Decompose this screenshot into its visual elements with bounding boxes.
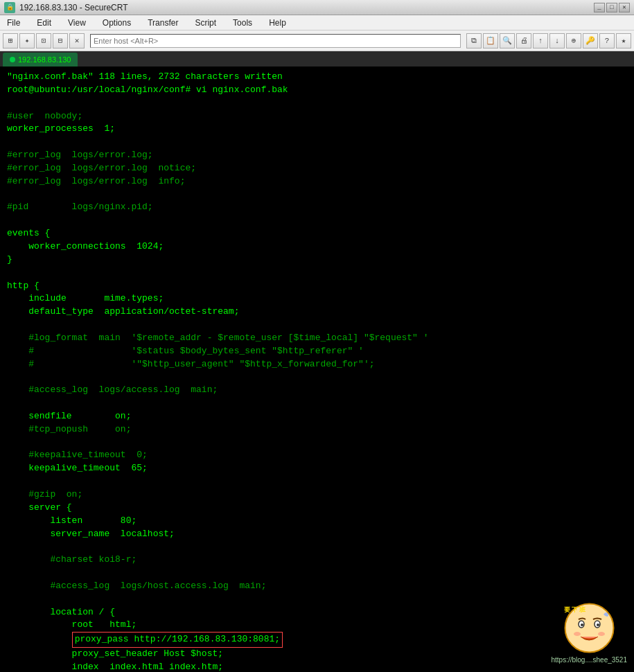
terminal-line: index index.html index.htm;: [7, 661, 627, 672]
terminal-line: "nginx.conf.bak" 118 lines, 2732 charact…: [7, 71, 627, 84]
terminal-line: sendfile on;: [7, 410, 627, 423]
svg-point-3: [581, 624, 583, 626]
terminal-line: [7, 475, 627, 488]
minimize-button[interactable]: _: [594, 3, 605, 12]
watermark-url: https://blog....shee_3521: [551, 655, 627, 666]
terminal-line: server {: [7, 502, 627, 515]
terminal-line: #error_log logs/error.log notice;: [7, 162, 627, 175]
menu-options[interactable]: Options: [98, 17, 135, 29]
svg-point-6: [598, 632, 605, 636]
terminal-line: [7, 267, 627, 280]
terminal-line: }: [7, 254, 627, 267]
tab-bar: 192.168.83.130: [0, 51, 634, 67]
toolbar-star[interactable]: ★: [616, 33, 631, 48]
svg-point-4: [597, 624, 599, 626]
watermark: 要 下 班 https://blog....shee_3521: [551, 602, 627, 666]
toolbar-find[interactable]: 🔍: [500, 33, 515, 48]
terminal-line: #access_log logs/access.log main;: [7, 384, 627, 397]
terminal-line: #log_format main '$remote_addr - $remote…: [7, 332, 627, 345]
toolbar: ⊞ ✦ ⊡ ⊟ ✕ ⧉ 📋 🔍 🖨 ↑ ↓ ⊕ 🔑 ? ★: [0, 30, 634, 51]
toolbar-copy[interactable]: ⧉: [466, 33, 482, 48]
toolbar-key[interactable]: 🔑: [583, 33, 598, 48]
terminal-line: location / {: [7, 606, 627, 619]
terminal-line: [7, 136, 627, 149]
terminal-line: [7, 319, 627, 332]
menu-transfer[interactable]: Transfer: [143, 17, 182, 29]
menu-tools[interactable]: Tools: [229, 17, 256, 29]
toolbar-btn-3[interactable]: ⊡: [36, 33, 51, 48]
terminal-line: #error_log logs/error.log;: [7, 149, 627, 162]
title-bar: 🔒 192.168.83.130 - SecureCRT _ □ ✕: [0, 0, 634, 15]
toolbar-btn-5[interactable]: ✕: [69, 33, 85, 48]
menu-script[interactable]: Script: [191, 17, 220, 29]
svg-text:班: 班: [579, 606, 586, 613]
window-title: 192.168.83.130 - SecureCRT: [19, 3, 128, 12]
menu-help[interactable]: Help: [265, 17, 290, 29]
toolbar-print[interactable]: 🖨: [516, 33, 531, 48]
terminal-line: [7, 397, 627, 410]
terminal-line: # '"$http_user_agent" "$http_x_forwarded…: [7, 358, 627, 371]
terminal-line: [7, 436, 627, 450]
toolbar-sftp2[interactable]: ↓: [549, 33, 565, 48]
proxy-pass-line: proxy_pass http://192.168.83.130:8081;: [7, 632, 627, 648]
window-controls: _ □ ✕: [594, 3, 630, 12]
terminal-line: # '$status $body_bytes_sent "$http_refer…: [7, 345, 627, 358]
address-input[interactable]: [90, 34, 461, 48]
terminal-line: #pid logs/nginx.pid;: [7, 201, 627, 214]
svg-point-5: [574, 632, 581, 636]
terminal-line: #keepalive_timeout 0;: [7, 449, 627, 462]
menu-file[interactable]: File: [3, 17, 24, 29]
terminal-line: #error_log logs/error.log info;: [7, 175, 627, 188]
terminal-line: [7, 593, 627, 606]
terminal-area[interactable]: "nginx.conf.bak" 118 lines, 2732 charact…: [0, 67, 634, 672]
toolbar-sftp1[interactable]: ↑: [533, 33, 548, 48]
watermark-icon: 要 下 班: [563, 602, 615, 654]
close-button[interactable]: ✕: [619, 3, 630, 12]
toolbar-sftp3[interactable]: ⊕: [566, 33, 581, 48]
terminal-line: listen 80;: [7, 515, 627, 528]
toolbar-btn-4[interactable]: ⊟: [53, 33, 68, 48]
terminal-line: root html;: [7, 619, 627, 632]
tab-label: 192.168.83.130: [18, 55, 71, 64]
menu-edit[interactable]: Edit: [33, 17, 55, 29]
terminal-line: keepalive_timeout 65;: [7, 462, 627, 475]
terminal-line: [7, 188, 627, 202]
terminal-line: #user nobody;: [7, 110, 627, 123]
terminal-line: proxy_set_header Host $host;: [7, 648, 627, 661]
terminal-line: events {: [7, 227, 627, 240]
terminal-line: [7, 540, 627, 554]
terminal-line: server_name localhost;: [7, 528, 627, 541]
toolbar-paste[interactable]: 📋: [483, 33, 498, 48]
maximize-button[interactable]: □: [606, 3, 617, 12]
terminal-line: default_type application/octet-stream;: [7, 306, 627, 319]
terminal-line: [7, 371, 627, 384]
terminal-line: [7, 214, 627, 227]
terminal-line: #charset koi8-r;: [7, 554, 627, 567]
toolbar-help[interactable]: ?: [599, 33, 615, 48]
terminal-line: worker_connections 1024;: [7, 240, 627, 254]
terminal-line: root@ubuntu:/usr/local/nginx/conf# vi ng…: [7, 84, 627, 97]
terminal-line: http {: [7, 280, 627, 293]
terminal-line: #gzip on;: [7, 488, 627, 502]
toolbar-btn-2[interactable]: ✦: [19, 33, 35, 48]
terminal-line: worker_processes 1;: [7, 123, 627, 136]
terminal-line: #access_log logs/host.access.log main;: [7, 580, 627, 593]
app-icon: 🔒: [4, 2, 15, 13]
terminal-line: #tcp_nopush on;: [7, 423, 627, 436]
svg-text:下: 下: [572, 606, 579, 613]
menu-bar: File Edit View Options Transfer Script T…: [0, 15, 634, 30]
tab-status-dot: [10, 57, 15, 62]
terminal-line: [7, 567, 627, 580]
svg-text:要: 要: [564, 606, 571, 613]
terminal-line: include mime.types;: [7, 292, 627, 306]
terminal-line: [7, 97, 627, 110]
session-tab[interactable]: 192.168.83.130: [3, 53, 78, 67]
toolbar-btn-1[interactable]: ⊞: [3, 33, 18, 48]
menu-view[interactable]: View: [64, 17, 90, 29]
